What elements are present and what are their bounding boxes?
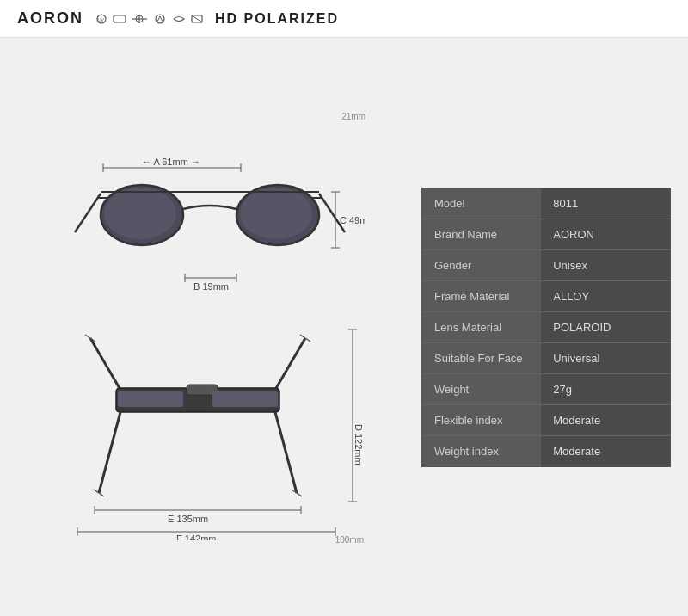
spec-row: Frame MaterialALLOY xyxy=(422,280,670,311)
svg-text:C 49mm: C 49mm xyxy=(340,215,366,225)
feature-icons: UV xyxy=(94,13,205,25)
spec-row: Weight indexModerate xyxy=(422,435,670,466)
svg-text:UV: UV xyxy=(98,17,105,22)
svg-line-42 xyxy=(99,412,120,493)
spec-label: Weight index xyxy=(422,435,541,466)
svg-text:D 122mm: D 122mm xyxy=(353,424,364,465)
spec-label: Suitable For Face xyxy=(422,342,541,373)
spec-row: Weight27g xyxy=(422,373,670,404)
svg-text:← A 61mm →: ← A 61mm → xyxy=(142,157,200,167)
spec-row: Lens MaterialPOLAROID xyxy=(422,311,670,342)
specs-table: Model8011Brand NameAORONGenderUnisexFram… xyxy=(422,188,670,466)
spec-value: Universal xyxy=(541,342,670,373)
svg-line-20 xyxy=(75,194,101,232)
spec-value: 27g xyxy=(541,373,670,404)
spec-label: Model xyxy=(422,188,541,219)
svg-text:F 142mm: F 142mm xyxy=(176,533,216,540)
uv-icon: UV xyxy=(94,13,109,25)
spec-label: Flexible index xyxy=(422,404,541,435)
spec-value: 8011 xyxy=(541,188,670,219)
specs-panel: Model8011Brand NameAORONGenderUnisexFram… xyxy=(421,46,671,607)
spec-row: GenderUnisex xyxy=(422,249,670,280)
svg-text:E 135mm: E 135mm xyxy=(168,514,208,524)
svg-rect-41 xyxy=(212,391,278,407)
polarized-icon xyxy=(130,13,149,25)
svg-line-8 xyxy=(192,15,202,22)
spec-label: Lens Material xyxy=(422,311,541,342)
svg-line-34 xyxy=(90,338,120,390)
drive-icon xyxy=(151,13,169,25)
svg-text:B 19mm: B 19mm xyxy=(194,281,229,292)
page-wrapper: AORON UV xyxy=(0,0,688,616)
anti-icon xyxy=(189,13,205,25)
top-sunglass-diagram: ← A 61mm → xyxy=(47,112,374,318)
svg-rect-2 xyxy=(114,15,126,22)
spec-value: POLAROID xyxy=(541,311,670,342)
svg-line-43 xyxy=(275,412,297,493)
spec-row: Suitable For FaceUniversal xyxy=(422,342,670,373)
spec-row: Brand NameAORON xyxy=(422,219,670,249)
lens-icon xyxy=(112,13,127,25)
svg-point-18 xyxy=(240,188,312,239)
spec-value: Moderate xyxy=(541,404,670,435)
spec-value: ALLOY xyxy=(541,280,670,311)
bottom-sunglass-diagram: D 122mm xyxy=(47,318,374,542)
svg-line-35 xyxy=(275,338,305,390)
specs-table-wrapper: Model8011Brand NameAORONGenderUnisexFram… xyxy=(421,188,671,467)
spec-row: Flexible indexModerate xyxy=(422,404,670,435)
spec-row: Model8011 xyxy=(422,188,670,219)
svg-line-21 xyxy=(319,194,345,232)
spec-label: Weight xyxy=(422,373,541,404)
main-content: 21mm ← A 61mm → xyxy=(0,38,688,616)
left-panel: 21mm ← A 61mm → xyxy=(17,46,404,607)
top-sunglass-svg: ← A 61mm → xyxy=(56,116,366,314)
header: AORON UV xyxy=(0,0,688,38)
spec-value: Unisex xyxy=(541,249,670,280)
svg-point-16 xyxy=(104,188,176,239)
spec-label: Gender xyxy=(422,249,541,280)
bottom-sunglass-svg: D 122mm xyxy=(47,321,374,540)
bottom-dim-label: 100mm xyxy=(335,535,364,545)
spec-value: AORON xyxy=(541,219,670,249)
spec-label: Frame Material xyxy=(422,280,541,311)
brand-name: AORON xyxy=(17,9,83,28)
spec-label: Brand Name xyxy=(422,219,541,249)
svg-rect-40 xyxy=(118,391,183,407)
flex-icon xyxy=(171,13,187,25)
spec-value: Moderate xyxy=(541,435,670,466)
hd-polarized-label: HD POLARIZED xyxy=(215,11,339,27)
